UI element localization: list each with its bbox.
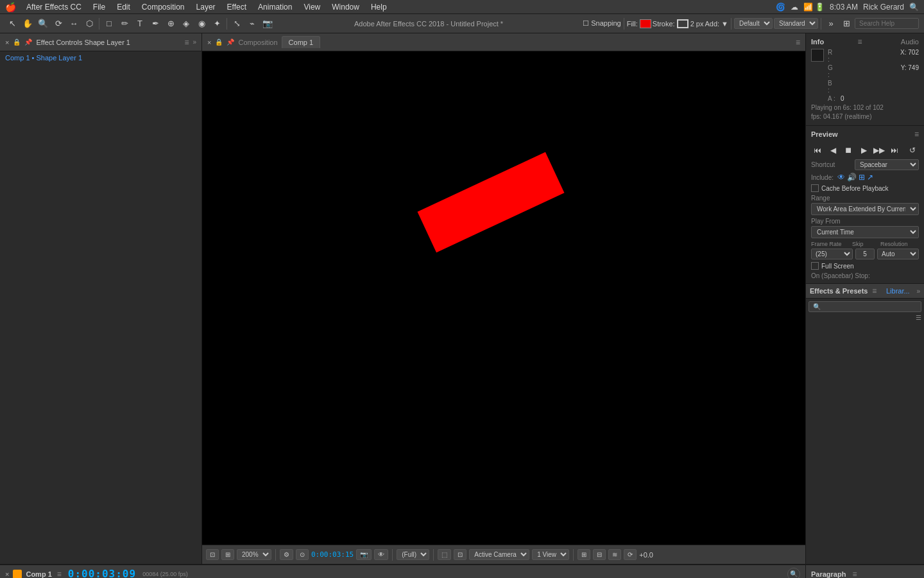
menu-effect[interactable]: Effect: [222, 1, 252, 13]
effects-menu-icon[interactable]: ≡: [872, 286, 877, 295]
panel-menu-icon[interactable]: ≡: [184, 38, 189, 47]
shortcut-select[interactable]: Spacebar: [855, 159, 919, 170]
menu-layer[interactable]: Layer: [191, 1, 221, 13]
resolution-select[interactable]: Auto: [877, 249, 919, 259]
orbit-tool[interactable]: ⬡: [82, 17, 96, 31]
search-help-input[interactable]: [855, 18, 919, 29]
comp-pin-icon[interactable]: 📌: [227, 39, 234, 46]
comp-close-icon[interactable]: ×: [207, 39, 211, 46]
resolution-btn[interactable]: ⊙: [296, 549, 309, 560]
skip-to-start-btn[interactable]: ⏮: [811, 144, 824, 157]
timeline-timecode[interactable]: 0:00:03:09: [68, 568, 136, 578]
ext-include-icon[interactable]: ↗: [867, 173, 873, 182]
camera2-tool[interactable]: 📷: [261, 17, 275, 31]
comp-tab[interactable]: Comp 1: [282, 36, 321, 48]
library-tab[interactable]: Librar...: [886, 287, 910, 295]
panels-icon[interactable]: ⊞: [839, 17, 853, 31]
clone-tool[interactable]: ⊕: [164, 17, 178, 31]
text-tool[interactable]: T: [133, 17, 147, 31]
video-include-icon[interactable]: 👁: [837, 173, 845, 182]
menu-help[interactable]: Help: [366, 1, 392, 13]
info-menu-icon[interactable]: ≡: [858, 37, 862, 46]
camera-view-select[interactable]: Active Camera: [469, 549, 529, 560]
fill-control[interactable]: Fill:: [627, 19, 651, 28]
reset-view-btn[interactable]: ⟳: [624, 549, 637, 560]
camera-tool[interactable]: ⟳: [51, 17, 65, 31]
comp-lock-icon[interactable]: 🔒: [215, 39, 223, 46]
workspace2-select[interactable]: Standard: [774, 18, 818, 29]
play-btn[interactable]: ▶: [857, 144, 870, 157]
view-layout-select[interactable]: 1 View: [532, 549, 569, 560]
menu-edit[interactable]: Edit: [112, 1, 135, 13]
left-panel: × 🔒 📌 Effect Controls Shape Layer 1 ≡ » …: [0, 33, 202, 564]
eraser-tool[interactable]: ◈: [179, 17, 193, 31]
effects-filter-icon[interactable]: ☰: [916, 314, 921, 321]
play-audio-btn[interactable]: ▶▶: [873, 144, 886, 157]
cache-checkbox[interactable]: [811, 184, 819, 192]
menu-window[interactable]: Window: [327, 1, 364, 13]
snapshot-btn[interactable]: 📷: [356, 549, 372, 560]
timeline-search-btn[interactable]: 🔍: [787, 568, 800, 579]
pen-tool[interactable]: ✏: [117, 17, 132, 31]
menu-animation[interactable]: Animation: [253, 1, 297, 13]
skip-input[interactable]: [855, 249, 875, 259]
zoom-select[interactable]: 200% 100% 50%: [237, 549, 271, 560]
menu-ae[interactable]: After Effects CC: [21, 1, 87, 13]
loop-btn[interactable]: ↺: [906, 144, 919, 157]
panel-expand-icon[interactable]: »: [193, 39, 196, 46]
align-tool[interactable]: ⤡: [230, 17, 244, 31]
range-select[interactable]: Work Area Extended By Current T...: [811, 203, 919, 215]
fill-stroke-group: ☐ Snapping Fill: Stroke: 2 px Add: ▼ Def…: [583, 17, 919, 31]
effects-expand-icon[interactable]: »: [916, 288, 920, 295]
timeline-menu-icon[interactable]: ≡: [57, 570, 62, 579]
roto-tool[interactable]: ◉: [194, 17, 209, 31]
pan-tool[interactable]: ↔: [67, 17, 81, 31]
fullscreen-checkbox[interactable]: [811, 262, 819, 270]
select-tool[interactable]: ↖: [5, 17, 19, 31]
motion-blur-btn[interactable]: ≋: [608, 549, 621, 560]
fill-color-swatch[interactable]: [640, 19, 651, 28]
puppet-tool[interactable]: ✦: [210, 17, 224, 31]
stop-btn[interactable]: ■: [842, 144, 855, 157]
menu-composition[interactable]: Composition: [137, 1, 190, 13]
panel-pin-icon[interactable]: 📌: [24, 39, 32, 46]
grid-overlay-btn[interactable]: ⊟: [593, 549, 606, 560]
paragraph-menu-icon[interactable]: ≡: [852, 570, 857, 579]
zoom-tool[interactable]: 🔍: [36, 17, 50, 31]
frame-back-btn[interactable]: ◀: [826, 144, 839, 157]
menu-file[interactable]: File: [88, 1, 110, 13]
play-from-select[interactable]: Current Time: [811, 226, 919, 238]
show-snapshot-btn[interactable]: 👁: [374, 549, 388, 560]
add-control[interactable]: Add: ▼: [705, 20, 728, 28]
graph-tool[interactable]: ⌁: [245, 17, 259, 31]
panel-lock-icon[interactable]: 🔒: [13, 39, 21, 46]
snapping-checkbox[interactable]: ☐ Snapping: [583, 19, 621, 28]
quality-select[interactable]: (Full): [397, 549, 429, 560]
search-menu-icon[interactable]: 🔍: [909, 3, 919, 12]
hand-tool[interactable]: ✋: [21, 17, 35, 31]
audio-include-icon[interactable]: 🔊: [847, 173, 857, 182]
overlay-include-icon[interactable]: ⊞: [859, 173, 865, 182]
menu-view[interactable]: View: [298, 1, 325, 13]
comp-menu-icon[interactable]: ≡: [796, 38, 800, 47]
stroke-color-swatch[interactable]: [677, 19, 689, 28]
frame-rate-select[interactable]: (25): [811, 249, 853, 259]
brush-tool[interactable]: ✒: [148, 17, 162, 31]
rect-tool[interactable]: □: [102, 17, 116, 31]
effects-presets-section[interactable]: Effects & Presets ≡ Librar... »: [806, 284, 924, 299]
apple-menu-icon[interactable]: 🍎: [5, 2, 16, 12]
effects-search-input[interactable]: [809, 301, 921, 312]
pixel-aspect-btn[interactable]: ⊡: [454, 549, 466, 560]
skip-to-end-btn[interactable]: ⏭: [888, 144, 901, 157]
region-of-interest-btn[interactable]: ⊡: [206, 549, 219, 560]
workspace-select[interactable]: Default: [734, 18, 773, 29]
transparency-btn[interactable]: ⬚: [438, 549, 451, 560]
safe-zones-btn[interactable]: ⊞: [578, 549, 590, 560]
preview-menu-icon[interactable]: ≡: [914, 130, 919, 139]
comp-settings-btn[interactable]: ⚙: [280, 549, 293, 560]
stroke-control[interactable]: Stroke: 2 px: [653, 19, 704, 28]
expand-icon[interactable]: »: [824, 17, 838, 31]
grid-toggle-btn[interactable]: ⊞: [221, 549, 234, 560]
timeline-close-btn[interactable]: ×: [5, 570, 9, 578]
panel-close-icon[interactable]: ×: [5, 39, 9, 46]
